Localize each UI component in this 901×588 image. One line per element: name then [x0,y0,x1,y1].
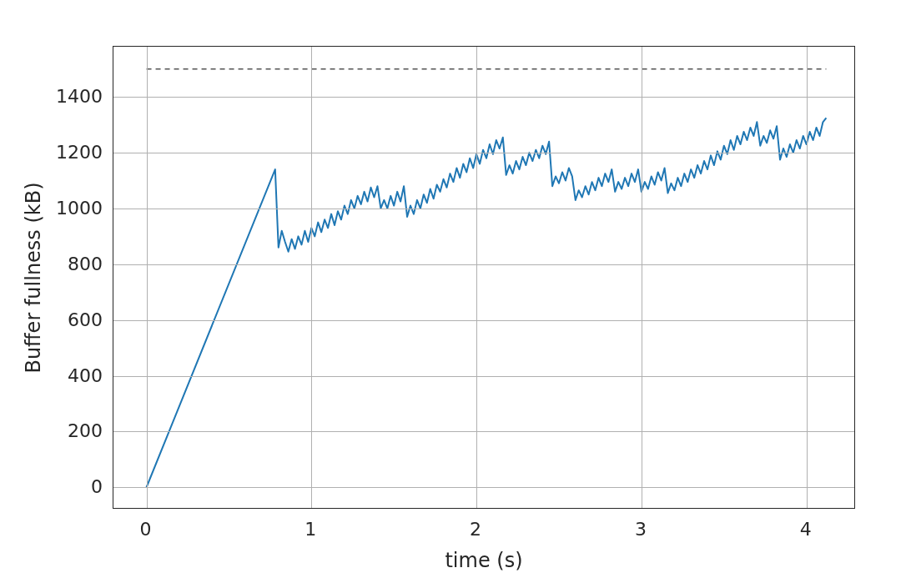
x-tick-label: 4 [800,519,812,540]
gridline-vertical [311,47,312,508]
y-tick-label: 200 [68,420,103,441]
y-axis-label: Buffer fullness (kB) [22,182,45,373]
gridline-horizontal [113,376,854,377]
plot-canvas [113,47,856,510]
gridline-horizontal [113,97,854,98]
y-tick-label: 400 [68,364,103,385]
plot-axes [113,46,855,509]
x-axis-label: time (s) [445,549,522,572]
y-tick-label: 1000 [56,197,103,218]
gridline-horizontal [113,431,854,432]
y-tick-label: 0 [91,476,103,497]
y-tick-label: 600 [68,309,103,329]
gridline-horizontal [113,320,854,321]
figure: time (s) Buffer fullness (kB) 0123402004… [0,0,901,588]
gridline-horizontal [113,487,854,488]
x-tick-label: 0 [140,519,152,540]
gridline-vertical [476,47,477,508]
y-tick-label: 1400 [56,86,103,107]
gridline-vertical [642,47,642,508]
x-tick-label: 1 [305,519,316,540]
y-tick-label: 800 [68,253,103,274]
x-tick-label: 2 [470,519,481,540]
gridline-vertical [807,47,808,508]
gridline-horizontal [113,209,854,209]
gridline-horizontal [113,264,854,265]
gridline-horizontal [113,153,854,153]
y-tick-label: 1200 [56,142,103,163]
x-tick-label: 3 [635,519,647,540]
gridline-vertical [147,47,148,508]
